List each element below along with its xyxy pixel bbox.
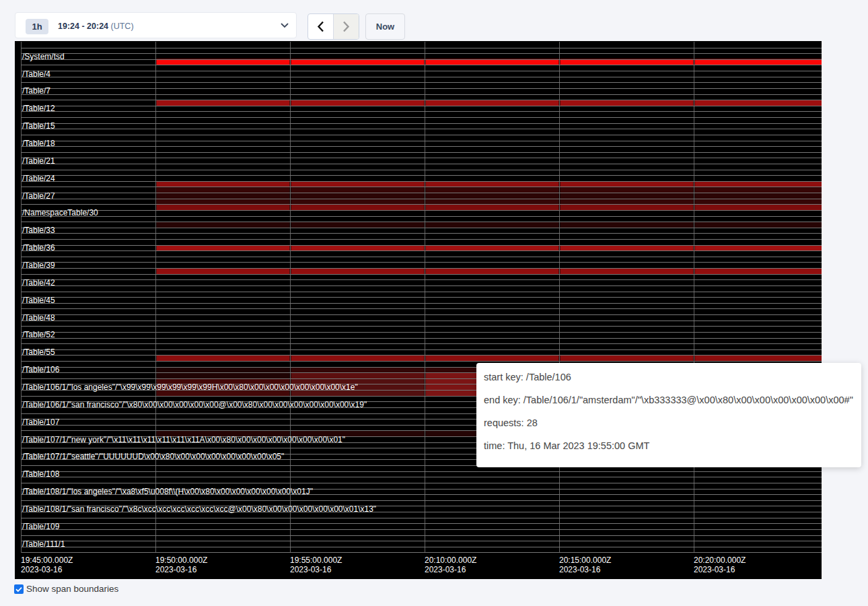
svg-text:/NamespaceTable/30: /NamespaceTable/30	[22, 208, 98, 217]
svg-text:/Table/12: /Table/12	[22, 104, 55, 113]
svg-text:/Table/111/1: /Table/111/1	[22, 539, 65, 549]
svg-text:2023-03-16: 2023-03-16	[21, 565, 63, 574]
svg-text:20:20:00.000Z: 20:20:00.000Z	[694, 556, 746, 565]
svg-text:2023-03-16: 2023-03-16	[290, 565, 332, 574]
svg-text:/Table/109: /Table/109	[22, 522, 60, 531]
svg-text:/Table/18: /Table/18	[22, 139, 55, 148]
svg-text:2023-03-16: 2023-03-16	[559, 565, 601, 574]
svg-text:/Table/48: /Table/48	[22, 313, 55, 323]
svg-text:20:10:00.000Z: 20:10:00.000Z	[425, 556, 476, 565]
svg-text:/Table/55: /Table/55	[22, 347, 55, 357]
svg-text:/Table/108: /Table/108	[22, 469, 60, 479]
svg-text:/Table/15: /Table/15	[22, 121, 55, 131]
svg-text:/Table/24: /Table/24	[22, 174, 55, 183]
svg-text:/Table/39: /Table/39	[22, 261, 55, 270]
svg-text:/Table/107: /Table/107	[22, 417, 60, 427]
svg-text:/Table/106: /Table/106	[22, 365, 60, 374]
svg-text:2023-03-16: 2023-03-16	[694, 565, 735, 574]
svg-text:/Table/33: /Table/33	[22, 226, 55, 235]
svg-text:20:15:00.000Z: 20:15:00.000Z	[559, 556, 611, 565]
svg-text:/Table/106/1/"los angeles"/"\x: /Table/106/1/"los angeles"/"\x99\x99\x99…	[22, 382, 358, 392]
svg-text:/Table/107/1/"new york"/"\x11\: /Table/107/1/"new york"/"\x11\x11\x11\x1…	[22, 435, 345, 444]
svg-text:/Table/42: /Table/42	[22, 278, 55, 288]
svg-text:/Table/108/1/"san francisco"/": /Table/108/1/"san francisco"/"\x8c\xcc\x…	[22, 504, 376, 514]
svg-text:/Table/21: /Table/21	[22, 156, 55, 166]
svg-text:/Table/108/1/"los angeles"/"\x: /Table/108/1/"los angeles"/"\xa8\xf5\u00…	[22, 487, 313, 496]
svg-text:2023-03-16: 2023-03-16	[155, 565, 197, 574]
svg-text:/Table/106/1/"san francisco"/": /Table/106/1/"san francisco"/"\x80\x00\x…	[22, 400, 367, 409]
svg-text:19:45:00.000Z: 19:45:00.000Z	[21, 556, 73, 565]
svg-text:19:50:00.000Z: 19:50:00.000Z	[155, 556, 207, 565]
svg-text:/Table/4: /Table/4	[22, 69, 50, 79]
svg-text:/Table/7: /Table/7	[22, 86, 50, 96]
svg-text:/Table/45: /Table/45	[22, 296, 55, 305]
svg-text:/System/tsd: /System/tsd	[22, 52, 65, 61]
svg-text:/Table/107/1/"seattle"/"UUUUUU: /Table/107/1/"seattle"/"UUUUUUD\x00\x80\…	[22, 452, 284, 461]
svg-text:2023-03-16: 2023-03-16	[425, 565, 466, 574]
svg-text:/Table/27: /Table/27	[22, 191, 55, 201]
svg-text:/Table/36: /Table/36	[22, 243, 55, 252]
svg-text:/Table/52: /Table/52	[22, 330, 55, 339]
svg-text:19:55:00.000Z: 19:55:00.000Z	[290, 556, 342, 565]
